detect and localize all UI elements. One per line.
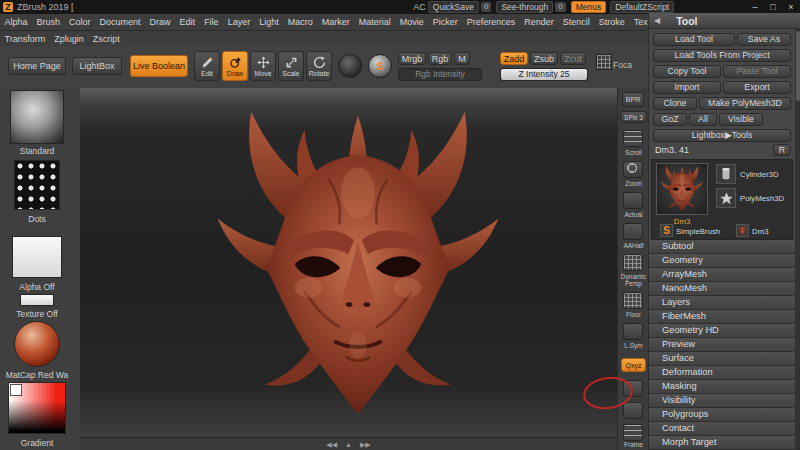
menu-picker[interactable]: Picker: [428, 17, 462, 27]
menu-marker[interactable]: Marker: [317, 17, 354, 27]
zsub-button[interactable]: Zsub: [530, 52, 558, 65]
menu-stroke[interactable]: Stroke: [594, 17, 629, 27]
export-button[interactable]: Export: [723, 81, 791, 94]
copy-tool-button[interactable]: Copy Tool: [653, 65, 721, 78]
menu-stencil[interactable]: Stencil: [558, 17, 594, 27]
zcut-button[interactable]: Zcut: [560, 52, 586, 65]
load-tools-from-project-button[interactable]: Load Tools From Project: [653, 49, 791, 62]
menu-render[interactable]: Render: [520, 17, 559, 27]
scale-mode-button[interactable]: Scale: [278, 51, 304, 81]
section-deformation[interactable]: Deformation: [649, 366, 795, 380]
rotate-mode-button[interactable]: Rotate: [306, 51, 332, 81]
simplebrush-thumbnail[interactable]: S: [660, 224, 673, 237]
make-polymesh3d-button[interactable]: Make PolyMesh3D: [699, 97, 791, 110]
menu-draw[interactable]: Draw: [145, 17, 175, 27]
section-masking[interactable]: Masking: [649, 380, 795, 394]
paste-tool-button[interactable]: Paste Tool: [723, 65, 791, 78]
menu-color[interactable]: Color: [65, 17, 96, 27]
section-polygroups[interactable]: Polygroups: [649, 408, 795, 422]
goz-button[interactable]: GoZ: [653, 113, 687, 126]
close-button[interactable]: ×: [783, 1, 799, 13]
tool-panel-scrollbar[interactable]: [795, 29, 800, 450]
goz-visible-button[interactable]: Visible: [719, 113, 763, 126]
minimize-button[interactable]: –: [747, 1, 763, 13]
section-arraymesh[interactable]: ArrayMesh: [649, 268, 795, 282]
qxyz-button[interactable]: Qxyz: [621, 358, 646, 372]
dynamic-persp-icon[interactable]: [623, 254, 643, 271]
scroll-left-icon[interactable]: ◀◀: [326, 441, 337, 449]
menu-document[interactable]: Document: [95, 17, 145, 27]
focal-shift-icon[interactable]: [596, 54, 612, 70]
section-nanomesh[interactable]: NanoMesh: [649, 282, 795, 296]
material-thumbnail[interactable]: [14, 321, 60, 367]
tool-r-button[interactable]: R: [773, 144, 791, 156]
default-zscript-button[interactable]: DefaultZScript: [610, 1, 674, 13]
aahalf-icon[interactable]: [623, 223, 643, 240]
cylinder3d-thumbnail[interactable]: [716, 164, 736, 184]
menu-zscript[interactable]: Zscript: [88, 34, 124, 44]
section-geometry[interactable]: Geometry: [649, 254, 795, 268]
scroll-handle-icon[interactable]: ▲: [345, 441, 352, 448]
zoom-icon[interactable]: [623, 161, 643, 178]
frame-icon[interactable]: [623, 424, 643, 441]
stroke-preview-icon[interactable]: [338, 54, 362, 78]
section-fibermesh[interactable]: FiberMesh: [649, 310, 795, 324]
menu-light[interactable]: Light: [255, 17, 284, 27]
color-picker[interactable]: [8, 382, 66, 434]
section-surface[interactable]: Surface: [649, 352, 795, 366]
live-boolean-button[interactable]: Live Boolean: [130, 55, 188, 77]
menu-macro[interactable]: Macro: [283, 17, 317, 27]
actual-size-icon[interactable]: [623, 192, 643, 209]
quicksave-button[interactable]: QuickSave: [428, 1, 479, 13]
move-mode-button[interactable]: Move: [250, 51, 276, 81]
section-contact[interactable]: Contact: [649, 422, 795, 436]
document-canvas[interactable]: [80, 88, 617, 437]
clone-button[interactable]: Clone: [653, 97, 697, 110]
polymesh3d-thumbnail[interactable]: [716, 188, 736, 208]
edit-mode-button[interactable]: Edit: [194, 51, 220, 81]
m-button[interactable]: M: [454, 52, 470, 65]
section-preview[interactable]: Preview: [649, 338, 795, 352]
draw-mode-button[interactable]: Draw: [222, 51, 248, 81]
stroke-thumbnail[interactable]: [14, 160, 60, 210]
scroll-right-icon[interactable]: ▶▶: [360, 441, 371, 449]
section-subtool[interactable]: Subtool: [649, 240, 795, 254]
rgb-button[interactable]: Rgb: [428, 52, 452, 65]
sculptris-pro-button[interactable]: S: [368, 54, 392, 78]
alpha-thumbnail[interactable]: [12, 236, 62, 278]
section-visibility[interactable]: Visibility: [649, 394, 795, 408]
menu-transform[interactable]: Transform: [0, 34, 50, 44]
save-as-button[interactable]: Save As: [737, 33, 791, 46]
spix-slider[interactable]: SPix 3: [620, 111, 647, 123]
import-button[interactable]: Import: [653, 81, 721, 94]
menu-movie[interactable]: Movie: [395, 17, 428, 27]
color-swatch[interactable]: [10, 384, 22, 396]
goz-all-button[interactable]: All: [689, 113, 717, 126]
z-intensity-slider[interactable]: Z Intensity 25: [500, 68, 588, 81]
menu-texture[interactable]: Texture: [629, 17, 648, 27]
menu-zplugin[interactable]: Zplugin: [50, 34, 89, 44]
floor-icon[interactable]: [623, 292, 643, 309]
brush-thumbnail[interactable]: [10, 90, 64, 144]
local-symmetry-icon[interactable]: [623, 323, 643, 340]
zadd-button[interactable]: Zadd: [500, 52, 528, 65]
ghost-icon[interactable]: [623, 402, 643, 419]
menu-layer[interactable]: Layer: [223, 17, 255, 27]
menus-button[interactable]: Menus: [571, 1, 607, 13]
dm3-thumbnail[interactable]: [736, 224, 749, 237]
home-page-button[interactable]: Home Page: [8, 57, 66, 75]
see-through-slider[interactable]: See-through: [496, 1, 553, 13]
lightbox-button[interactable]: LightBox: [72, 57, 122, 75]
load-tool-button[interactable]: Load Tool: [653, 33, 735, 46]
tool-panel-header[interactable]: ◀ Tool: [649, 13, 800, 29]
menu-edit[interactable]: Edit: [175, 17, 200, 27]
menu-file[interactable]: File: [200, 17, 224, 27]
section-morph-target[interactable]: Morph Target: [649, 436, 795, 450]
canvas-hscrollbar[interactable]: ◀◀ ▲ ▶▶: [80, 437, 617, 450]
scrollbar-thumb[interactable]: [796, 31, 800, 101]
menu-material[interactable]: Material: [354, 17, 395, 27]
menu-brush[interactable]: Brush: [32, 17, 65, 27]
section-layers[interactable]: Layers: [649, 296, 795, 310]
maximize-button[interactable]: □: [765, 1, 781, 13]
mrgb-button[interactable]: Mrgb: [398, 52, 426, 65]
